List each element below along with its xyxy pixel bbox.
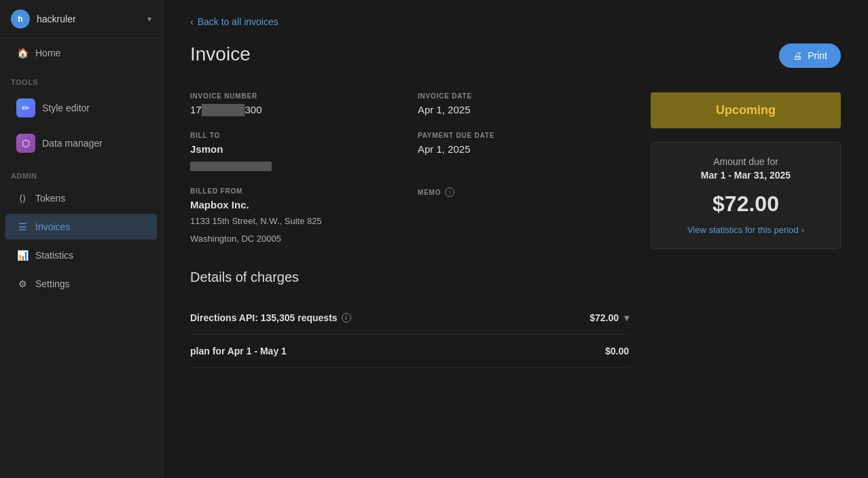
admin-section-label: Admin (0, 161, 162, 184)
bill-to-name: Jsmon (190, 143, 401, 155)
invoice-sidebar: Upcoming Amount due for Mar 1 - Mar 31, … (651, 92, 841, 368)
charge-row-0: Directions API: 135,305 requests i $72.0… (190, 301, 629, 335)
memo-label: MEMO (418, 189, 441, 196)
charge-info-icon-0[interactable]: i (342, 313, 351, 323)
charge-amount-0: $72.00 ▾ (590, 312, 629, 323)
sidebar-item-label: Tokens (35, 193, 65, 204)
bill-to-label: BILL TO (190, 132, 401, 139)
sidebar-item-settings[interactable]: ⚙ Settings (5, 271, 157, 297)
sidebar-item-home[interactable]: 🏠 Home (5, 40, 157, 66)
amount-due-label: Amount due for (665, 156, 827, 167)
charge-row-1: plan for Apr 1 - May 1 $0.00 (190, 335, 629, 368)
bill-to-group: BILL TO Jsmon (190, 132, 401, 171)
amount-due-period: Mar 1 - Mar 31, 2025 (665, 170, 827, 181)
sidebar-header[interactable]: h hackruler ▾ (0, 0, 162, 39)
data-manager-icon: ⬡ (16, 134, 35, 153)
sidebar-item-data-manager[interactable]: ⬡ Data manager (5, 127, 157, 160)
payment-due-value: Apr 1, 2025 (418, 143, 629, 155)
home-icon: 🏠 (16, 47, 29, 59)
main-content: ‹ Back to all invoices Invoice 🖨 Print I… (163, 0, 868, 478)
settings-icon: ⚙ (16, 278, 29, 290)
chevron-right-icon: › (801, 225, 804, 235)
sidebar-item-tokens[interactable]: ⟨⟩ Tokens (5, 185, 157, 211)
sidebar-item-statistics[interactable]: 📊 Statistics (5, 242, 157, 268)
chevron-down-icon: ▾ (147, 14, 151, 24)
sidebar-item-label: Data manager (42, 138, 103, 149)
invoice-number-value: 17██████300 (190, 104, 401, 115)
print-button[interactable]: 🖨 Print (779, 43, 841, 68)
sidebar-item-label: Home (35, 48, 60, 58)
charge-name-1: plan for Apr 1 - May 1 (190, 346, 287, 356)
invoice-fields-top: INVOICE NUMBER 17██████300 INVOICE DATE … (190, 92, 629, 245)
sidebar: h hackruler ▾ 🏠 Home Tools ✏ Style edito… (0, 0, 163, 478)
invoice-body: INVOICE NUMBER 17██████300 INVOICE DATE … (190, 92, 841, 368)
billed-from-address1: 1133 15th Street, N.W., Suite 825 (190, 215, 401, 228)
invoice-number-label: INVOICE NUMBER (190, 92, 401, 100)
sidebar-item-style-editor[interactable]: ✏ Style editor (5, 92, 157, 124)
back-arrow-icon: ‹ (190, 16, 194, 27)
invoice-number-group: INVOICE NUMBER 17██████300 (190, 92, 401, 115)
memo-group: MEMO i (418, 187, 629, 245)
charge-name-0: Directions API: 135,305 requests i (190, 312, 351, 323)
invoice-date-value: Apr 1, 2025 (418, 104, 629, 115)
sidebar-item-invoices[interactable]: ☰ Invoices (5, 214, 157, 240)
invoices-icon: ☰ (16, 221, 29, 233)
statistics-icon: 📊 (16, 249, 29, 261)
sidebar-item-label: Style editor (42, 103, 90, 113)
printer-icon: 🖨 (793, 50, 802, 61)
invoice-header: Invoice 🖨 Print (190, 43, 841, 68)
account-name: hackruler (37, 14, 141, 24)
billed-from-label: BILLED FROM (190, 187, 401, 195)
bill-to-redacted (190, 162, 272, 171)
back-to-invoices-link[interactable]: ‹ Back to all invoices (190, 16, 841, 27)
back-link-text: Back to all invoices (198, 16, 278, 27)
sidebar-item-label: Statistics (35, 250, 73, 261)
charges-section: Details of charges Directions API: 135,3… (190, 270, 629, 368)
payment-due-label: PAYMENT DUE DATE (418, 132, 629, 139)
expand-icon-0[interactable]: ▾ (624, 312, 629, 323)
sidebar-item-label: Invoices (35, 221, 70, 232)
invoice-title: Invoice (190, 43, 251, 65)
view-statistics-link[interactable]: View statistics for this period › (665, 225, 827, 235)
avatar: h (11, 10, 30, 29)
status-badge: Upcoming (651, 92, 841, 128)
tools-section-label: Tools (0, 67, 162, 90)
invoice-details: INVOICE NUMBER 17██████300 INVOICE DATE … (190, 92, 629, 368)
charges-title: Details of charges (190, 270, 629, 285)
invoice-date-label: INVOICE DATE (418, 92, 629, 100)
style-editor-icon: ✏ (16, 98, 35, 117)
charge-amount-1: $0.00 (605, 346, 629, 356)
amount-due-value: $72.00 (665, 191, 827, 217)
amount-due-card: Amount due for Mar 1 - Mar 31, 2025 $72.… (651, 142, 841, 249)
invoice-date-group: INVOICE DATE Apr 1, 2025 (418, 92, 629, 115)
sidebar-item-label: Settings (35, 278, 70, 289)
tokens-icon: ⟨⟩ (16, 192, 29, 204)
memo-label-row: MEMO i (418, 187, 629, 197)
billed-from-address2: Washington, DC 20005 (190, 232, 401, 246)
billed-from-group: BILLED FROM Mapbox Inc. 1133 15th Street… (190, 187, 401, 245)
memo-info-icon[interactable]: i (445, 187, 454, 197)
billed-from-name: Mapbox Inc. (190, 199, 401, 210)
payment-due-group: PAYMENT DUE DATE Apr 1, 2025 (418, 132, 629, 171)
